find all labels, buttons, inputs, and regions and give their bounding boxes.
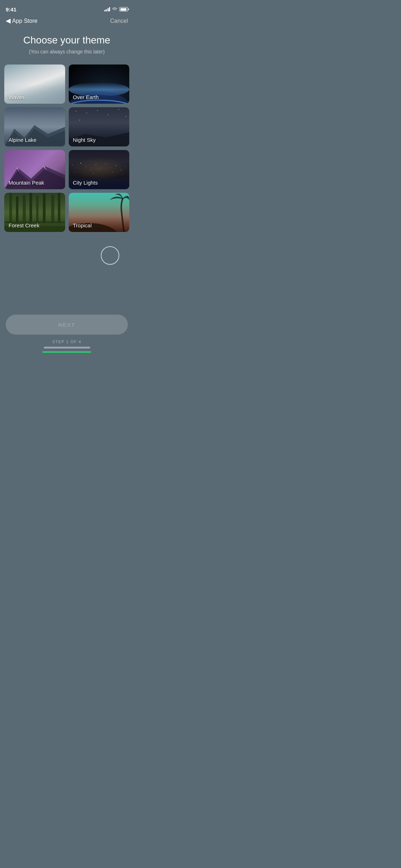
wifi-icon	[112, 7, 118, 11]
status-time: 9:41	[6, 6, 16, 12]
cancel-button[interactable]: Cancel	[110, 18, 128, 24]
status-bar: 9:41	[0, 0, 134, 16]
svg-rect-30	[23, 195, 26, 225]
svg-rect-23	[84, 174, 84, 174]
svg-rect-31	[30, 193, 32, 225]
back-chevron-icon: ◀	[6, 17, 11, 25]
nav-bar: ◀ App Store Cancel	[0, 16, 134, 27]
signal-icon	[104, 7, 110, 11]
svg-rect-12	[80, 163, 81, 164]
svg-rect-16	[100, 168, 101, 168]
home-indicator-bar	[6, 347, 128, 351]
svg-rect-34	[51, 195, 54, 225]
alpine-lake-label: Alpine Lake	[9, 137, 36, 143]
page-title: Choose your theme	[7, 35, 126, 46]
scroll-indicator	[101, 246, 119, 265]
theme-card-mountain-peak[interactable]: Mountain Peak	[4, 150, 65, 189]
theme-card-forest-creek[interactable]: Forest Creek	[4, 193, 65, 232]
theme-card-city-lights[interactable]: City Lights	[69, 150, 130, 189]
svg-rect-24	[93, 173, 93, 173]
svg-rect-28	[9, 193, 12, 225]
theme-card-waves[interactable]: Waves	[4, 64, 65, 104]
page-subtitle: (You can always change this later)	[7, 49, 126, 55]
theme-card-tropical[interactable]: Tropical	[69, 193, 130, 232]
svg-rect-19	[115, 165, 116, 166]
svg-rect-18	[110, 167, 111, 167]
floating-circle-container	[0, 239, 134, 265]
theme-card-night-sky[interactable]: Night Sky	[69, 107, 130, 146]
svg-rect-27	[122, 174, 123, 174]
back-button[interactable]: ◀ App Store	[6, 17, 37, 25]
status-icons	[104, 7, 128, 11]
title-section: Choose your theme (You can always change…	[0, 27, 134, 64]
home-indicator	[44, 347, 90, 348]
svg-rect-11	[75, 168, 75, 168]
svg-rect-20	[121, 170, 121, 170]
forest-creek-label: Forest Creek	[9, 222, 40, 228]
city-lights-label: City Lights	[73, 180, 98, 186]
svg-rect-35	[58, 193, 61, 225]
svg-rect-13	[85, 166, 86, 167]
theme-grid: Waves Over Earth Alpine Lake	[0, 64, 134, 232]
battery-icon	[119, 7, 128, 11]
bottom-section: NEXT STEP 1 OF 4	[0, 308, 134, 353]
svg-rect-17	[105, 164, 106, 164]
tropical-label: Tropical	[73, 222, 92, 228]
over-earth-label: Over Earth	[73, 94, 99, 100]
svg-rect-10	[72, 165, 72, 165]
svg-rect-33	[43, 193, 46, 225]
svg-rect-21	[125, 166, 125, 167]
theme-card-alpine-lake[interactable]: Alpine Lake	[4, 107, 65, 146]
theme-card-over-earth[interactable]: Over Earth	[69, 64, 130, 104]
next-button[interactable]: NEXT	[6, 315, 128, 335]
svg-rect-32	[36, 196, 38, 225]
mountain-peak-label: Mountain Peak	[9, 180, 44, 186]
svg-rect-22	[74, 172, 74, 172]
svg-rect-15	[95, 165, 96, 165]
svg-rect-26	[112, 172, 113, 172]
green-status-bar	[42, 351, 91, 353]
waves-label: Waves	[9, 94, 25, 100]
step-indicator: STEP 1 OF 4	[6, 335, 128, 347]
svg-rect-14	[90, 170, 91, 170]
back-label: App Store	[12, 18, 37, 24]
svg-rect-25	[102, 175, 103, 175]
svg-rect-29	[16, 196, 19, 225]
night-sky-label: Night Sky	[73, 137, 96, 143]
